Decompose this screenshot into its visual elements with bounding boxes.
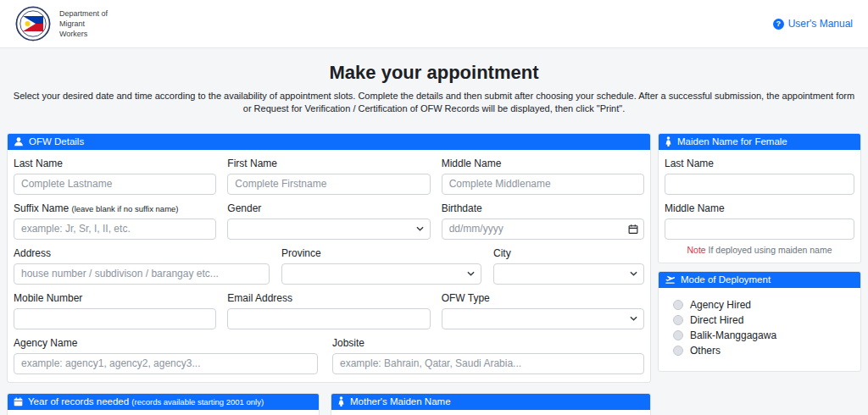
- female-icon: [665, 136, 672, 147]
- calendar-icon: [14, 397, 23, 407]
- content: OFW Details Last Name First Name: [0, 133, 868, 415]
- radio-icon[interactable]: [673, 300, 683, 310]
- maiden-middle-name-input[interactable]: [665, 219, 854, 240]
- radio-agency-hired[interactable]: Agency Hired: [673, 299, 860, 311]
- last-name-input[interactable]: [14, 174, 216, 195]
- mothers-maiden-name-body: Mother's Maiden Name You will use this e…: [331, 410, 650, 415]
- year-of-records-header: Year of records needed (records availabl…: [8, 394, 319, 410]
- year-of-records-card: Year of records needed (records availabl…: [7, 393, 320, 415]
- first-name-label: First Name: [227, 158, 430, 169]
- dmw-seal-logo: [15, 6, 51, 42]
- province-select[interactable]: [281, 263, 481, 285]
- bottom-row: Year of records needed (records availabl…: [7, 393, 651, 415]
- gender-select[interactable]: [227, 219, 430, 240]
- email-address-input[interactable]: [227, 308, 430, 329]
- org-name: Department of Migrant Workers: [59, 8, 108, 39]
- radio-icon[interactable]: [673, 315, 683, 325]
- mobile-number-label: Mobile Number: [14, 292, 216, 304]
- mobile-number-input[interactable]: [14, 308, 216, 329]
- suffix-name-hint: (leave blank if no suffix name): [71, 204, 178, 213]
- last-name-label: Last Name: [14, 158, 216, 169]
- province-label: Province: [281, 247, 481, 259]
- ofw-details-title: OFW Details: [29, 136, 84, 147]
- year-of-records-title: Year of records needed (records availabl…: [28, 396, 264, 407]
- right-column: Maiden Name for Female Last Name Middle …: [658, 133, 861, 372]
- jobsite-input[interactable]: [332, 353, 644, 374]
- city-label: City: [493, 247, 644, 259]
- ofw-type-select[interactable]: [442, 308, 644, 329]
- maiden-name-note: Note If deployed using maiden name: [665, 245, 854, 255]
- birthdate-input[interactable]: [442, 219, 644, 240]
- address-label: Address: [14, 247, 270, 259]
- maiden-last-name-input[interactable]: [665, 174, 854, 195]
- radio-direct-hired[interactable]: Direct Hired: [673, 314, 860, 326]
- radio-icon[interactable]: [673, 330, 683, 340]
- radio-balik-manggagawa[interactable]: Balik-Manggagawa: [673, 329, 860, 341]
- person-icon: [14, 136, 24, 147]
- jobsite-label: Jobsite: [332, 337, 644, 349]
- page-subtitle: Select your desired date and time accord…: [9, 90, 859, 115]
- agency-name-input[interactable]: [14, 353, 318, 374]
- top-bar: Department of Migrant Workers ? User's M…: [0, 0, 868, 48]
- mothers-maiden-name-title: Mother's Maiden Name: [350, 396, 451, 407]
- ofw-details-body: Last Name First Name Middle Name: [8, 150, 650, 382]
- brand: Department of Migrant Workers: [15, 6, 108, 42]
- city-select[interactable]: [493, 263, 644, 285]
- female-icon: [337, 396, 345, 407]
- maiden-name-body: Last Name Middle Name Note If deployed u…: [659, 150, 860, 263]
- calendar-icon[interactable]: [628, 224, 638, 235]
- middle-name-input[interactable]: [442, 174, 644, 195]
- appointment-page: Department of Migrant Workers ? User's M…: [0, 0, 868, 415]
- airplane-icon: [665, 274, 676, 285]
- maiden-middle-name-label: Middle Name: [665, 202, 854, 214]
- mothers-maiden-name-card: Mother's Maiden Name Mother's Maiden Nam…: [331, 393, 651, 415]
- agency-name-label: Agency Name: [14, 337, 318, 349]
- maiden-name-header: Maiden Name for Female: [659, 134, 860, 150]
- suffix-name-input[interactable]: [14, 219, 216, 240]
- mode-of-deployment-title: Mode of Deployment: [681, 274, 771, 285]
- question-circle-icon: ?: [773, 19, 784, 30]
- mode-of-deployment-options: Agency Hired Direct Hired Balik-Manggaga…: [659, 288, 860, 371]
- year-of-records-body: (From) Year (To) Year: [8, 410, 319, 415]
- address-input[interactable]: [14, 263, 270, 285]
- maiden-name-card: Maiden Name for Female Last Name Middle …: [658, 133, 861, 263]
- middle-name-label: Middle Name: [442, 158, 644, 169]
- mode-of-deployment-header: Mode of Deployment: [659, 272, 860, 288]
- email-address-label: Email Address: [227, 292, 430, 304]
- users-manual-label: User's Manual: [788, 18, 853, 30]
- radio-icon[interactable]: [673, 346, 683, 356]
- users-manual-link[interactable]: ? User's Manual: [773, 18, 853, 30]
- first-name-input[interactable]: [227, 174, 430, 195]
- mothers-maiden-name-header: Mother's Maiden Name: [331, 394, 650, 410]
- ofw-details-header: OFW Details: [8, 134, 650, 150]
- birthdate-label: Birthdate: [442, 202, 644, 214]
- radio-others[interactable]: Others: [673, 345, 860, 357]
- gender-label: Gender: [227, 202, 430, 214]
- left-column: OFW Details Last Name First Name: [7, 133, 651, 415]
- suffix-name-label: Suffix Name (leave blank if no suffix na…: [14, 202, 216, 214]
- mode-of-deployment-card: Mode of Deployment Agency Hired Direct H…: [658, 271, 861, 372]
- maiden-name-title: Maiden Name for Female: [677, 136, 787, 147]
- page-title: Make your appointment: [0, 62, 868, 84]
- maiden-last-name-label: Last Name: [665, 158, 854, 169]
- ofw-type-label: OFW Type: [442, 292, 644, 304]
- ofw-details-card: OFW Details Last Name First Name: [7, 133, 651, 383]
